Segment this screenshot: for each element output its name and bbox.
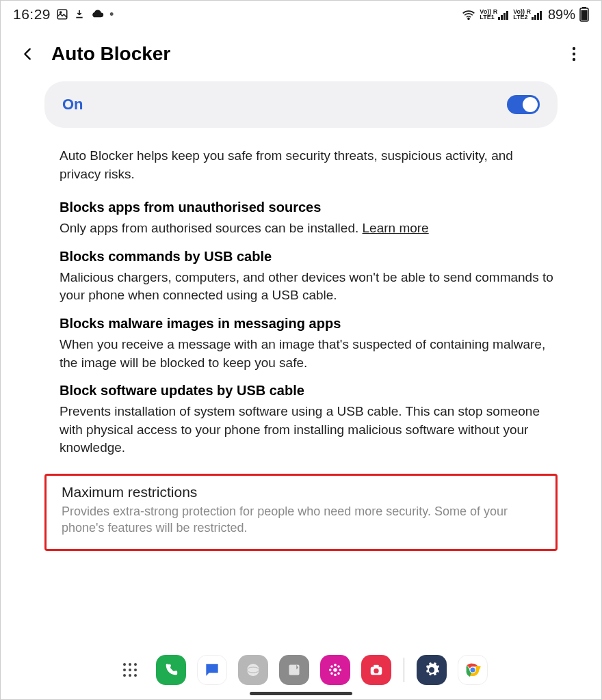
clock: 16:29 [13,6,51,23]
chrome-app-icon[interactable] [458,655,488,685]
dot-icon: • [109,8,114,22]
svg-point-23 [328,669,331,671]
section-malware-images: Blocks malware images in messaging apps … [14,305,588,372]
battery-icon [579,7,589,22]
svg-point-20 [333,668,337,672]
status-left: 16:29 • [13,6,114,23]
svg-point-1 [60,12,62,13]
back-button[interactable] [17,43,39,65]
section-unauthorised-apps: Blocks apps from unauthorised sources On… [14,189,588,238]
svg-point-2 [468,18,469,19]
page-header: Auto Blocker [1,25,601,72]
section-title: Block software updates by USB cable [60,383,555,399]
section-title: Blocks commands by USB cable [60,249,555,265]
section-usb-updates: Block software updates by USB cable Prev… [14,372,588,457]
settings-app-icon[interactable] [417,655,447,685]
dock-separator [404,658,404,682]
learn-more-link[interactable]: Learn more [363,221,429,235]
browser-app-icon[interactable] [238,655,268,685]
apps-drawer-button[interactable] [115,655,145,685]
cloud-icon [90,9,104,20]
svg-point-25 [330,665,333,668]
svg-point-22 [334,674,337,677]
svg-rect-31 [374,665,378,668]
sim2-indicator: Vo)) RLTE2 [513,9,542,20]
svg-rect-8 [534,15,536,20]
toggle-label: On [62,96,83,113]
battery-percent: 89% [548,7,575,23]
svg-point-28 [337,672,340,675]
status-right: Vo)) RLTE1 Vo)) RLTE2 89% [462,7,589,23]
max-restrictions-title: Maximum restrictions [62,484,540,500]
section-body: Only apps from authorised sources can be… [60,219,555,238]
status-bar: 16:29 • Vo)) RLTE1 Vo)) RLTE2 89% [1,1,601,25]
svg-point-17 [247,664,259,676]
svg-rect-7 [532,17,534,20]
section-title: Blocks apps from unauthorised sources [60,200,555,215]
svg-point-16 [573,58,575,61]
svg-point-21 [334,664,337,667]
svg-rect-9 [537,13,539,20]
section-usb-commands: Blocks commands by USB cable Malicious c… [14,238,588,305]
download-icon [74,9,85,20]
svg-rect-10 [540,11,542,20]
phone-app-icon[interactable] [156,655,186,685]
section-title: Blocks malware images in messaging apps [60,316,555,332]
max-restrictions-body: Provides extra-strong protection for peo… [62,503,540,537]
dock [1,647,601,689]
master-toggle-row[interactable]: On [44,81,558,128]
maximum-restrictions-item[interactable]: Maximum restrictions Provides extra-stro… [44,474,558,551]
toggle-switch[interactable] [507,95,540,114]
svg-rect-5 [503,13,506,20]
svg-point-14 [573,47,575,50]
gallery-app-icon[interactable] [320,655,350,685]
svg-rect-13 [581,10,588,21]
notes-app-icon[interactable] [279,655,309,685]
svg-rect-4 [501,15,503,20]
camera-app-icon[interactable] [361,655,391,685]
gallery-icon [56,8,68,21]
content-area: On Auto Blocker helps keep you safe from… [1,72,601,647]
more-button[interactable] [563,43,585,65]
svg-point-30 [374,669,378,673]
section-body: When you receive a message with an image… [60,336,555,372]
messages-app-icon[interactable] [197,655,227,685]
page-title: Auto Blocker [51,43,551,65]
svg-point-15 [573,53,575,55]
svg-point-26 [337,665,340,668]
section-body: Malicious chargers, computers, and other… [60,269,555,305]
svg-point-27 [330,672,333,675]
svg-point-24 [339,669,341,671]
wifi-icon [462,9,475,20]
section-body: Prevents installation of system software… [60,403,555,457]
svg-rect-6 [506,11,508,20]
gesture-bar[interactable] [250,692,352,695]
svg-rect-3 [498,17,500,20]
intro-text: Auto Blocker helps keep you safe from se… [14,136,588,189]
sim1-indicator: Vo)) RLTE1 [480,9,509,20]
svg-rect-19 [289,665,299,675]
